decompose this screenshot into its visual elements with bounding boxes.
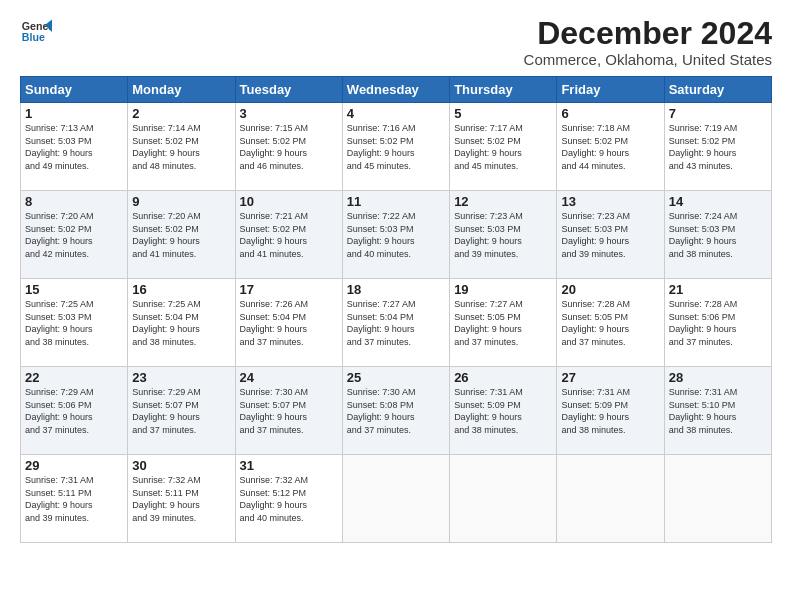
calendar-cell: 23Sunrise: 7:29 AM Sunset: 5:07 PM Dayli… [128,367,235,455]
day-number: 27 [561,370,659,385]
calendar-cell: 13Sunrise: 7:23 AM Sunset: 5:03 PM Dayli… [557,191,664,279]
calendar-cell: 12Sunrise: 7:23 AM Sunset: 5:03 PM Dayli… [450,191,557,279]
day-number: 4 [347,106,445,121]
week-row-3: 15Sunrise: 7:25 AM Sunset: 5:03 PM Dayli… [21,279,772,367]
main-title: December 2024 [524,16,772,51]
day-number: 9 [132,194,230,209]
day-info: Sunrise: 7:32 AM Sunset: 5:12 PM Dayligh… [240,474,338,524]
day-number: 1 [25,106,123,121]
day-number: 20 [561,282,659,297]
week-row-1: 1Sunrise: 7:13 AM Sunset: 5:03 PM Daylig… [21,103,772,191]
calendar-cell: 9Sunrise: 7:20 AM Sunset: 5:02 PM Daylig… [128,191,235,279]
calendar-cell [664,455,771,543]
day-info: Sunrise: 7:19 AM Sunset: 5:02 PM Dayligh… [669,122,767,172]
day-number: 24 [240,370,338,385]
day-number: 21 [669,282,767,297]
day-number: 10 [240,194,338,209]
calendar-cell: 24Sunrise: 7:30 AM Sunset: 5:07 PM Dayli… [235,367,342,455]
day-info: Sunrise: 7:31 AM Sunset: 5:11 PM Dayligh… [25,474,123,524]
day-info: Sunrise: 7:28 AM Sunset: 5:05 PM Dayligh… [561,298,659,348]
day-number: 2 [132,106,230,121]
day-info: Sunrise: 7:21 AM Sunset: 5:02 PM Dayligh… [240,210,338,260]
calendar-cell: 10Sunrise: 7:21 AM Sunset: 5:02 PM Dayli… [235,191,342,279]
day-info: Sunrise: 7:29 AM Sunset: 5:07 PM Dayligh… [132,386,230,436]
day-info: Sunrise: 7:15 AM Sunset: 5:02 PM Dayligh… [240,122,338,172]
header-day-thursday: Thursday [450,77,557,103]
week-row-5: 29Sunrise: 7:31 AM Sunset: 5:11 PM Dayli… [21,455,772,543]
day-info: Sunrise: 7:28 AM Sunset: 5:06 PM Dayligh… [669,298,767,348]
calendar-cell: 1Sunrise: 7:13 AM Sunset: 5:03 PM Daylig… [21,103,128,191]
calendar-cell: 29Sunrise: 7:31 AM Sunset: 5:11 PM Dayli… [21,455,128,543]
logo: General Blue [20,16,52,48]
header-day-friday: Friday [557,77,664,103]
day-number: 31 [240,458,338,473]
day-number: 28 [669,370,767,385]
day-info: Sunrise: 7:23 AM Sunset: 5:03 PM Dayligh… [561,210,659,260]
calendar-cell: 28Sunrise: 7:31 AM Sunset: 5:10 PM Dayli… [664,367,771,455]
header: General Blue December 2024 Commerce, Okl… [20,16,772,68]
calendar-cell [450,455,557,543]
day-number: 3 [240,106,338,121]
day-info: Sunrise: 7:30 AM Sunset: 5:08 PM Dayligh… [347,386,445,436]
page: General Blue December 2024 Commerce, Okl… [0,0,792,612]
day-info: Sunrise: 7:30 AM Sunset: 5:07 PM Dayligh… [240,386,338,436]
day-number: 25 [347,370,445,385]
calendar-cell: 26Sunrise: 7:31 AM Sunset: 5:09 PM Dayli… [450,367,557,455]
day-info: Sunrise: 7:32 AM Sunset: 5:11 PM Dayligh… [132,474,230,524]
day-info: Sunrise: 7:20 AM Sunset: 5:02 PM Dayligh… [25,210,123,260]
day-info: Sunrise: 7:16 AM Sunset: 5:02 PM Dayligh… [347,122,445,172]
day-number: 11 [347,194,445,209]
header-day-saturday: Saturday [664,77,771,103]
day-number: 22 [25,370,123,385]
calendar-cell: 27Sunrise: 7:31 AM Sunset: 5:09 PM Dayli… [557,367,664,455]
calendar-cell [557,455,664,543]
logo-icon: General Blue [20,16,52,48]
day-info: Sunrise: 7:22 AM Sunset: 5:03 PM Dayligh… [347,210,445,260]
day-number: 7 [669,106,767,121]
day-info: Sunrise: 7:18 AM Sunset: 5:02 PM Dayligh… [561,122,659,172]
day-info: Sunrise: 7:13 AM Sunset: 5:03 PM Dayligh… [25,122,123,172]
calendar-cell: 25Sunrise: 7:30 AM Sunset: 5:08 PM Dayli… [342,367,449,455]
calendar-cell: 8Sunrise: 7:20 AM Sunset: 5:02 PM Daylig… [21,191,128,279]
day-number: 30 [132,458,230,473]
day-number: 26 [454,370,552,385]
day-info: Sunrise: 7:25 AM Sunset: 5:03 PM Dayligh… [25,298,123,348]
day-number: 29 [25,458,123,473]
day-info: Sunrise: 7:25 AM Sunset: 5:04 PM Dayligh… [132,298,230,348]
day-number: 12 [454,194,552,209]
day-number: 16 [132,282,230,297]
title-area: December 2024 Commerce, Oklahoma, United… [524,16,772,68]
calendar-cell: 6Sunrise: 7:18 AM Sunset: 5:02 PM Daylig… [557,103,664,191]
day-info: Sunrise: 7:23 AM Sunset: 5:03 PM Dayligh… [454,210,552,260]
day-number: 8 [25,194,123,209]
calendar-cell: 7Sunrise: 7:19 AM Sunset: 5:02 PM Daylig… [664,103,771,191]
day-info: Sunrise: 7:31 AM Sunset: 5:10 PM Dayligh… [669,386,767,436]
day-number: 14 [669,194,767,209]
calendar-cell: 30Sunrise: 7:32 AM Sunset: 5:11 PM Dayli… [128,455,235,543]
week-row-2: 8Sunrise: 7:20 AM Sunset: 5:02 PM Daylig… [21,191,772,279]
svg-text:Blue: Blue [22,31,45,43]
week-row-4: 22Sunrise: 7:29 AM Sunset: 5:06 PM Dayli… [21,367,772,455]
day-info: Sunrise: 7:27 AM Sunset: 5:05 PM Dayligh… [454,298,552,348]
day-info: Sunrise: 7:17 AM Sunset: 5:02 PM Dayligh… [454,122,552,172]
day-number: 5 [454,106,552,121]
calendar-cell: 5Sunrise: 7:17 AM Sunset: 5:02 PM Daylig… [450,103,557,191]
calendar-cell: 2Sunrise: 7:14 AM Sunset: 5:02 PM Daylig… [128,103,235,191]
calendar-cell: 15Sunrise: 7:25 AM Sunset: 5:03 PM Dayli… [21,279,128,367]
calendar-cell: 18Sunrise: 7:27 AM Sunset: 5:04 PM Dayli… [342,279,449,367]
day-info: Sunrise: 7:20 AM Sunset: 5:02 PM Dayligh… [132,210,230,260]
day-info: Sunrise: 7:14 AM Sunset: 5:02 PM Dayligh… [132,122,230,172]
calendar-cell: 4Sunrise: 7:16 AM Sunset: 5:02 PM Daylig… [342,103,449,191]
calendar-cell [342,455,449,543]
day-info: Sunrise: 7:31 AM Sunset: 5:09 PM Dayligh… [454,386,552,436]
calendar-cell: 14Sunrise: 7:24 AM Sunset: 5:03 PM Dayli… [664,191,771,279]
day-number: 19 [454,282,552,297]
calendar-table: SundayMondayTuesdayWednesdayThursdayFrid… [20,76,772,543]
day-info: Sunrise: 7:26 AM Sunset: 5:04 PM Dayligh… [240,298,338,348]
day-number: 13 [561,194,659,209]
calendar-cell: 11Sunrise: 7:22 AM Sunset: 5:03 PM Dayli… [342,191,449,279]
calendar-cell: 16Sunrise: 7:25 AM Sunset: 5:04 PM Dayli… [128,279,235,367]
subtitle: Commerce, Oklahoma, United States [524,51,772,68]
day-info: Sunrise: 7:29 AM Sunset: 5:06 PM Dayligh… [25,386,123,436]
day-number: 18 [347,282,445,297]
